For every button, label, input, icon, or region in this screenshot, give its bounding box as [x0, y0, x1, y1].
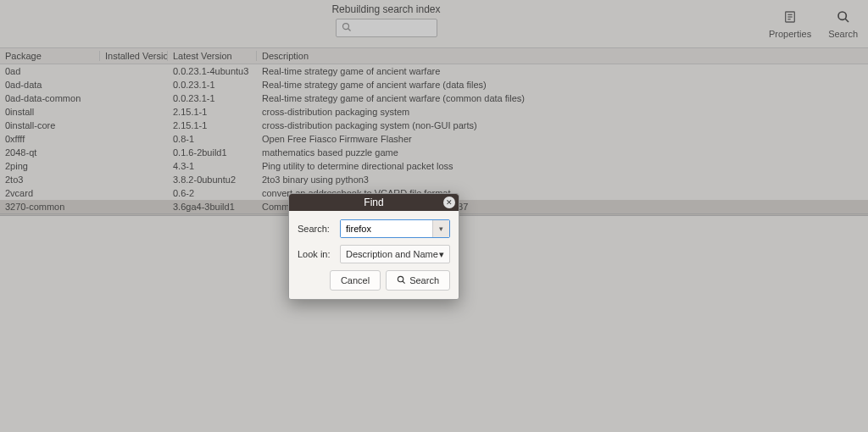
search-input[interactable] [341, 220, 432, 237]
find-dialog: Find ✕ Search: ▾ Look in: Description an… [288, 193, 459, 300]
svg-point-8 [398, 276, 403, 281]
find-dialog-titlebar[interactable]: Find ✕ [289, 194, 459, 211]
find-dialog-title: Find [364, 197, 383, 208]
cancel-label: Cancel [341, 275, 370, 285]
search-field-label: Search: [298, 224, 335, 234]
search-entry-combo[interactable]: ▾ [340, 219, 450, 238]
close-icon[interactable]: ✕ [443, 197, 455, 208]
search-btn-label: Search [409, 275, 439, 285]
chevron-down-icon: ▾ [439, 249, 444, 260]
search-submit-button[interactable]: Search [386, 270, 450, 291]
chevron-down-icon[interactable]: ▾ [432, 220, 449, 237]
dialog-buttons: Cancel Search [298, 270, 450, 291]
lookin-field-label: Look in: [298, 249, 335, 259]
svg-line-9 [403, 280, 405, 283]
lookin-select[interactable]: Description and Name ▾ [340, 245, 450, 263]
search-icon [397, 275, 406, 286]
lookin-row: Look in: Description and Name ▾ [298, 245, 450, 263]
lookin-value: Description and Name [346, 249, 438, 259]
find-dialog-body: Search: ▾ Look in: Description and Name … [289, 211, 459, 299]
search-row: Search: ▾ [298, 219, 450, 238]
cancel-button[interactable]: Cancel [330, 270, 381, 291]
